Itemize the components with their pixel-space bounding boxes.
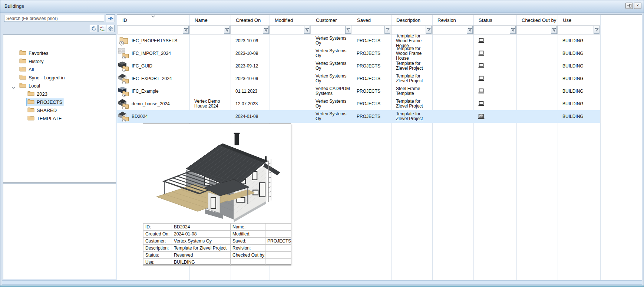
tree-item-all[interactable]: All: [3, 65, 116, 73]
cell-checked_out_by: [516, 34, 558, 47]
horizontal-scrollbar[interactable]: [2, 280, 642, 285]
dark-house-thumbnail: [118, 98, 130, 109]
filter-button-revision[interactable]: [467, 26, 473, 34]
settings-gear-icon[interactable]: [107, 25, 115, 32]
computer-icon: [478, 50, 485, 56]
tree-item-2023[interactable]: 2023: [3, 90, 116, 98]
table-row-ifc_guid[interactable]: IFC_GUID2023-09-12Vertex Systems OyPROJE…: [117, 60, 600, 72]
filter-button-id[interactable]: [183, 26, 189, 34]
column-header-description[interactable]: Description: [391, 15, 432, 25]
row-id-label: IFC_IMPORT_2024: [132, 51, 171, 56]
filter-cell-name[interactable]: [189, 25, 231, 34]
cell-created_on: 2023-10-09: [231, 47, 270, 60]
tree-item-label: Favorites: [29, 50, 48, 56]
filter-cell-saved[interactable]: [352, 25, 391, 34]
filter-cell-customer[interactable]: [311, 25, 352, 34]
cell-status: [473, 72, 516, 85]
filter-button-created_on[interactable]: [263, 26, 269, 34]
replace-ab-ac-icon[interactable]: abac: [98, 25, 106, 32]
refresh-icon[interactable]: [90, 25, 98, 32]
column-header-use[interactable]: Use: [558, 15, 600, 25]
filter-funnel-icon: [264, 28, 268, 32]
tree-item-local[interactable]: Local: [3, 82, 116, 90]
tree-item-favorites[interactable]: Favorites: [3, 49, 116, 57]
filter-cell-description[interactable]: [391, 25, 432, 34]
tree-item-label: Sync - Logged in: [29, 75, 65, 80]
filter-cell-use[interactable]: [558, 25, 600, 34]
column-header-customer[interactable]: Customer: [311, 15, 352, 25]
column-header-status[interactable]: Status: [473, 15, 516, 25]
tree-item-template[interactable]: TEMPLATE: [3, 114, 116, 122]
filter-cell-modified[interactable]: [270, 25, 311, 34]
preview-detail-value: Reserved: [172, 252, 231, 259]
filter-cell-revision[interactable]: [432, 25, 473, 34]
table-row-ifc_import_2024[interactable]: IFC_IMPORT_20242023-10-09Vertex Systems …: [117, 47, 600, 60]
search-go-button[interactable]: [106, 14, 115, 22]
search-input[interactable]: [4, 15, 104, 22]
preview-detail-row: ID:BD2024Name:: [143, 224, 291, 231]
cell-created_on: 12.07.2023: [231, 98, 270, 110]
column-header-label: Saved: [357, 17, 371, 23]
tree-item-projects[interactable]: PROJECTS: [3, 98, 116, 106]
preview-detail-value: [265, 231, 291, 238]
close-icon[interactable]: ✕: [634, 3, 641, 9]
cell-id: BD2024: [117, 110, 189, 123]
cell-saved: PROJECTS: [352, 60, 391, 72]
column-header-label: ID: [122, 17, 127, 23]
tree-item-shared[interactable]: SHARED: [3, 106, 116, 114]
filter-cell-checked_out_by[interactable]: [516, 25, 558, 34]
table-row-ifc_example[interactable]: IFC_Example01.11.2023Vertex CAD/PDM Syst…: [117, 85, 600, 98]
filter-button-customer[interactable]: [345, 26, 351, 34]
cell-revision: [432, 60, 473, 72]
filter-button-status[interactable]: [510, 26, 516, 34]
row-id-label: demo_house_2024: [132, 102, 170, 106]
computer-lock-icon: [478, 113, 485, 120]
table-row-bd2024[interactable]: BD20242024-01-08Vertex Systems OyPROJECT…: [117, 110, 600, 123]
filter-cell-created_on[interactable]: [231, 25, 270, 34]
cell-created_on: 2023-10-09: [231, 34, 270, 47]
column-header-checked_out_by[interactable]: Checked Out by: [516, 15, 558, 25]
folder-icon: [19, 74, 26, 81]
tree-item-sync-logged-in[interactable]: Sync - Logged in: [3, 73, 116, 82]
sidebar-lower-panel: [3, 184, 116, 279]
cell-revision: [432, 110, 473, 123]
table-row-demo_house_2024[interactable]: demo_house_2024Vertex Demo House 202412.…: [117, 98, 600, 110]
house-thumbnail: [118, 73, 130, 84]
table-row-ifc_export_2024[interactable]: IFC_EXPORT_20242023-10-09Vertex Systems …: [117, 72, 600, 85]
column-header-saved[interactable]: Saved: [352, 15, 391, 25]
title-bar[interactable]: Buildings ✕: [0, 0, 644, 13]
filter-button-name[interactable]: [224, 26, 230, 34]
cell-status: [473, 34, 516, 47]
cell-customer: Vertex Systems Oy: [311, 110, 352, 123]
filter-button-use[interactable]: [594, 26, 600, 34]
computer-icon: [478, 76, 485, 82]
svg-text:ab: ab: [100, 26, 103, 29]
column-header-label: Description: [396, 17, 420, 23]
column-header-name[interactable]: Name: [189, 15, 231, 25]
table-row-ifc_propertysets[interactable]: IFC_PROPERTYSETS2023-10-09Vertex Systems…: [117, 34, 600, 47]
cell-checked_out_by: [516, 110, 558, 123]
filter-button-description[interactable]: [426, 26, 432, 34]
preview-detail-row: Created On:2024-01-08Modified:: [143, 231, 291, 238]
row-id-label: IFC_Example: [132, 89, 159, 94]
column-header-revision[interactable]: Revision: [432, 15, 473, 25]
column-header-label: Customer: [316, 17, 337, 23]
column-header-id[interactable]: ID: [117, 15, 189, 25]
expand-chevron-icon[interactable]: [11, 84, 16, 90]
cell-saved: PROJECTS: [352, 98, 391, 110]
filter-cell-status[interactable]: [473, 25, 516, 34]
window-title: Buildings: [4, 3, 24, 9]
filter-button-modified[interactable]: [304, 26, 310, 34]
tree-item-history[interactable]: History: [3, 57, 116, 65]
pin-icon[interactable]: [625, 3, 633, 9]
filter-button-checked_out_by[interactable]: [551, 26, 557, 34]
filter-button-saved[interactable]: [384, 26, 390, 34]
filter-cell-id[interactable]: [117, 25, 189, 34]
grid-line: [600, 15, 601, 280]
column-header-label: Name: [195, 17, 208, 23]
column-header-created_on[interactable]: Created On: [231, 15, 270, 25]
cell-description: Template for Wood Frame House: [391, 47, 432, 60]
tree-item-label: TEMPLATE: [37, 116, 62, 121]
folder-icon: [19, 58, 26, 65]
column-header-modified[interactable]: Modified: [270, 15, 311, 25]
